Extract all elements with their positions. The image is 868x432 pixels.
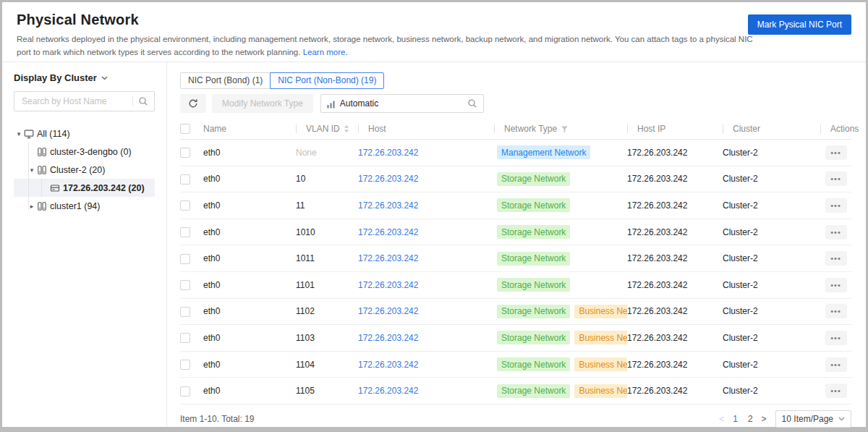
tree-node-icon bbox=[37, 165, 50, 175]
host-search-box[interactable] bbox=[14, 91, 155, 111]
column-header-name[interactable]: Name bbox=[199, 124, 296, 134]
tab-nic-port-non-bond[interactable]: NIC Port (Non-Bond) (19) bbox=[270, 72, 384, 89]
column-header-vlan-id[interactable]: VLAN ID bbox=[296, 124, 358, 134]
network-type-cell: Storage NetworkBusiness Network bbox=[494, 331, 627, 344]
column-header-host[interactable]: Host bbox=[358, 124, 494, 134]
tree-item-label: All (114) bbox=[37, 129, 70, 139]
select-all-checkbox[interactable] bbox=[180, 124, 190, 134]
network-type-tag: Storage Network bbox=[497, 357, 570, 371]
host-link[interactable]: 172.26.203.242 bbox=[358, 360, 418, 370]
nic-name-cell: eth0 bbox=[199, 253, 296, 263]
nic-name-cell: eth0 bbox=[199, 386, 296, 396]
row-checkbox[interactable] bbox=[180, 174, 190, 185]
row-checkbox[interactable] bbox=[180, 148, 190, 158]
page-button-1[interactable]: 1 bbox=[733, 414, 738, 424]
sort-icon[interactable] bbox=[344, 124, 349, 133]
nic-name-cell: eth0 bbox=[199, 227, 296, 237]
host-cell: 172.26.203.242 bbox=[358, 280, 494, 290]
nic-name-cell: eth0 bbox=[199, 200, 296, 211]
host-cell: 172.26.203.242 bbox=[358, 227, 494, 237]
row-actions-button[interactable]: ••• bbox=[825, 278, 847, 292]
network-type-tag: Storage Network bbox=[497, 225, 570, 239]
host-search-input[interactable] bbox=[20, 96, 129, 107]
row-actions-button[interactable]: ••• bbox=[825, 171, 847, 186]
tree-item[interactable]: ▾ Cluster-2 (20) bbox=[14, 161, 155, 179]
column-header-cluster[interactable]: Cluster bbox=[723, 124, 820, 134]
host-link[interactable]: 172.26.203.242 bbox=[358, 386, 418, 396]
page-size-select[interactable]: 10 Item/Page bbox=[775, 410, 851, 428]
host-link[interactable]: 172.26.203.242 bbox=[358, 227, 418, 237]
refresh-button[interactable] bbox=[180, 94, 206, 113]
tree-expander-icon[interactable]: ▾ bbox=[14, 130, 24, 137]
host-link[interactable]: 172.26.203.242 bbox=[358, 280, 418, 290]
row-actions-button[interactable]: ••• bbox=[825, 225, 847, 240]
table-row: eth0 1010 172.26.203.242 Storage Network… bbox=[180, 219, 851, 246]
row-checkbox[interactable] bbox=[180, 280, 190, 290]
search-icon bbox=[138, 96, 148, 106]
network-type-cell: Storage Network bbox=[494, 278, 627, 292]
prev-page-button[interactable]: < bbox=[719, 414, 724, 424]
actions-cell: ••• bbox=[820, 331, 851, 345]
table-search-box[interactable]: Automatic bbox=[320, 94, 484, 113]
vlan-id-cell: None bbox=[296, 148, 358, 158]
modify-network-type-button[interactable]: Modify Network Type bbox=[212, 94, 313, 113]
chevron-down-icon bbox=[838, 417, 845, 421]
row-checkbox[interactable] bbox=[180, 227, 190, 237]
app-window: Physical Network Real networks deployed … bbox=[0, 0, 868, 432]
host-link[interactable]: 172.26.203.242 bbox=[358, 253, 418, 263]
row-actions-button[interactable]: ••• bbox=[825, 357, 847, 372]
vlan-id-cell: 1101 bbox=[296, 280, 358, 290]
row-actions-button[interactable]: ••• bbox=[825, 145, 847, 160]
host-link[interactable]: 172.26.203.242 bbox=[358, 333, 418, 343]
network-type-tag: Management Network bbox=[497, 145, 590, 159]
pagination: < 12 > 10 Item/Page bbox=[719, 410, 851, 428]
page-size-value: 10 Item/Page bbox=[782, 414, 833, 424]
page-description-text: Real networks deployed in the physical e… bbox=[17, 35, 753, 56]
network-type-cell: Management Network bbox=[494, 145, 627, 159]
toolbar: Modify Network Type Automatic bbox=[180, 94, 851, 113]
row-actions-button[interactable]: ••• bbox=[825, 251, 847, 266]
row-checkbox[interactable] bbox=[180, 333, 190, 343]
nic-port-table: Name VLAN ID Host Network Type Host IP C… bbox=[180, 119, 851, 405]
filter-icon[interactable] bbox=[561, 125, 569, 133]
next-page-button[interactable]: > bbox=[762, 414, 767, 424]
display-by-cluster-dropdown[interactable]: Display By Cluster bbox=[14, 72, 155, 83]
actions-cell: ••• bbox=[820, 145, 851, 160]
vlan-id-cell: 1010 bbox=[296, 227, 358, 237]
row-checkbox-cell bbox=[180, 253, 199, 264]
row-checkbox[interactable] bbox=[180, 254, 190, 264]
row-checkbox[interactable] bbox=[180, 360, 190, 370]
mark-physical-nic-port-button[interactable]: Mark Pysical NIC Port bbox=[748, 14, 851, 35]
row-checkbox[interactable] bbox=[180, 307, 190, 317]
tree-item[interactable]: 172.26.203.242 (20) bbox=[14, 179, 155, 197]
row-checkbox[interactable] bbox=[180, 200, 190, 211]
column-header-host-ip[interactable]: Host IP bbox=[627, 124, 723, 134]
cluster-cell: Cluster-2 bbox=[723, 148, 820, 158]
network-type-tag: Business Network bbox=[574, 384, 627, 398]
tree-node-icon bbox=[50, 183, 63, 193]
network-type-tag: Storage Network bbox=[497, 172, 570, 186]
row-checkbox-cell bbox=[180, 359, 199, 370]
item-count: Item 1-10. Total: 19 bbox=[180, 414, 255, 424]
tree-item[interactable]: cluster-3-dengbo (0) bbox=[14, 143, 155, 161]
row-checkbox-cell bbox=[180, 333, 199, 344]
host-ip-cell: 172.26.203.242 bbox=[627, 174, 723, 184]
column-header-network-type[interactable]: Network Type bbox=[494, 124, 627, 134]
learn-more-link[interactable]: Learn more. bbox=[303, 48, 348, 56]
row-checkbox[interactable] bbox=[180, 386, 190, 397]
host-link[interactable]: 172.26.203.242 bbox=[358, 174, 418, 184]
tab-nic-port-bond[interactable]: NIC Port (Bond) (1) bbox=[180, 72, 271, 89]
vlan-id-cell: 11 bbox=[296, 200, 358, 211]
host-link[interactable]: 172.26.203.242 bbox=[358, 306, 418, 316]
row-actions-button[interactable]: ••• bbox=[825, 198, 847, 213]
page-button-2[interactable]: 2 bbox=[748, 414, 753, 424]
cluster-cell: Cluster-2 bbox=[723, 174, 820, 184]
tree-item[interactable]: ▸ cluster1 (94) bbox=[14, 197, 155, 215]
row-actions-button[interactable]: ••• bbox=[825, 384, 847, 398]
host-link[interactable]: 172.26.203.242 bbox=[358, 148, 418, 158]
host-link[interactable]: 172.26.203.242 bbox=[358, 200, 418, 211]
host-ip-cell: 172.26.203.242 bbox=[627, 386, 723, 396]
tree-item[interactable]: ▾ All (114) bbox=[14, 124, 155, 143]
row-actions-button[interactable]: ••• bbox=[825, 331, 847, 345]
row-actions-button[interactable]: ••• bbox=[825, 304, 847, 318]
